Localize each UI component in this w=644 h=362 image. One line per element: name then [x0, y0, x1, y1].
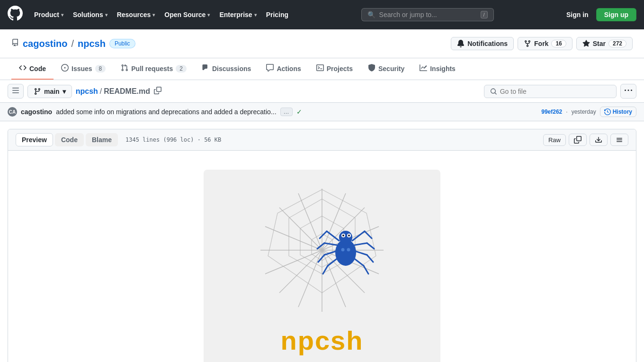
go-to-file-input[interactable] — [500, 88, 610, 95]
discussions-icon — [202, 64, 209, 73]
chevron-down-icon: ▾ — [254, 12, 257, 18]
commit-time-separator: · — [566, 109, 567, 115]
nav-pricing[interactable]: Pricing — [262, 7, 292, 22]
code-tab[interactable]: Code — [55, 133, 84, 146]
commit-hash[interactable]: 99ef262 — [541, 109, 562, 115]
pull-request-icon — [121, 64, 128, 73]
file-view-header: Preview Code Blame 1345 lines (996 loc) … — [8, 129, 636, 151]
sign-up-button[interactable]: Sign up — [596, 8, 636, 21]
avatar: CA — [8, 107, 17, 117]
repo-icon — [11, 39, 19, 48]
svg-point-43 — [347, 248, 350, 252]
chevron-down-icon: ▾ — [63, 88, 66, 95]
svg-point-25 — [348, 235, 350, 236]
commit-bar: CA cagostino added some info on migratio… — [0, 103, 644, 121]
svg-line-30 — [352, 231, 365, 241]
tab-code[interactable]: Code — [11, 58, 54, 80]
list-button[interactable] — [610, 134, 628, 146]
repo-separator: / — [71, 38, 74, 49]
sign-in-button[interactable]: Sign in — [563, 9, 592, 21]
preview-tab[interactable]: Preview — [16, 133, 53, 146]
search-box[interactable]: 🔍 / — [361, 8, 494, 21]
chevron-down-icon: ▾ — [105, 12, 107, 18]
commit-author[interactable]: cagostino — [21, 108, 52, 116]
branch-selector[interactable]: main ▾ — [27, 85, 72, 98]
repo-owner-link[interactable]: cagostino — [23, 38, 67, 49]
sidebar-toggle-button[interactable] — [8, 84, 24, 99]
projects-icon — [316, 64, 324, 73]
insights-icon — [420, 64, 427, 73]
nav-solutions[interactable]: Solutions ▾ — [69, 7, 111, 22]
tab-actions[interactable]: Actions — [259, 58, 308, 80]
repo-name-link[interactable]: npcsh — [78, 38, 106, 49]
nav-resources[interactable]: Resources ▾ — [113, 7, 159, 22]
chevron-down-icon: ▾ — [61, 12, 63, 18]
repo-visibility-badge: Public — [109, 39, 135, 48]
main-nav: Product ▾ Solutions ▾ Resources ▾ Open S… — [30, 7, 292, 22]
tab-pull-requests[interactable]: Pull requests 2 — [113, 58, 194, 80]
breadcrumb-file: README.md — [104, 87, 150, 96]
svg-line-41 — [364, 266, 368, 274]
readme-logo-container: npcsh — [204, 170, 440, 362]
notifications-button[interactable]: Notifications — [451, 37, 514, 50]
svg-point-24 — [342, 235, 344, 236]
svg-point-42 — [341, 248, 345, 252]
github-logo[interactable] — [8, 6, 23, 24]
header-actions: Sign in Sign up — [563, 8, 636, 21]
history-button[interactable]: History — [600, 107, 636, 117]
breadcrumb-repo-link[interactable]: npcsh — [76, 87, 98, 96]
tab-security[interactable]: Security — [360, 58, 412, 80]
issues-icon — [61, 64, 69, 73]
file-view: Preview Code Blame 1345 lines (996 loc) … — [8, 129, 636, 362]
keyboard-shortcut: / — [481, 11, 488, 18]
go-to-file-search[interactable] — [484, 85, 617, 98]
search-input[interactable] — [379, 11, 477, 18]
more-options-button[interactable] — [620, 84, 636, 99]
tab-insights[interactable]: Insights — [412, 58, 463, 80]
nav-enterprise[interactable]: Enterprise ▾ — [215, 7, 260, 22]
copy-path-button[interactable] — [152, 85, 163, 98]
spider-web-graphic — [251, 179, 393, 321]
code-icon — [19, 64, 27, 73]
commit-right: 99ef262 · yesterday History — [541, 107, 636, 117]
nav-open-source[interactable]: Open Source ▾ — [161, 7, 214, 22]
file-content: npcsh — [8, 151, 636, 362]
repo-header: cagostino / npcsh Public Notifications F… — [0, 29, 644, 58]
search-icon: 🔍 — [367, 11, 376, 18]
actions-icon — [266, 64, 274, 73]
repo-actions: Notifications Fork 16 Star 272 — [451, 37, 633, 50]
nav-product[interactable]: Product ▾ — [30, 7, 67, 22]
download-button[interactable] — [590, 134, 608, 146]
repo-tabs: Code Issues 8 Pull requests 2 Discussion… — [0, 58, 644, 80]
commit-status-icon: ✓ — [296, 108, 302, 116]
star-button[interactable]: Star 272 — [576, 37, 633, 50]
main-header: Product ▾ Solutions ▾ Resources ▾ Open S… — [0, 0, 644, 29]
chevron-down-icon: ▾ — [207, 12, 210, 18]
tab-projects[interactable]: Projects — [309, 58, 360, 80]
breadcrumb: npcsh / README.md — [76, 85, 480, 98]
svg-line-37 — [323, 266, 328, 274]
repo-title: cagostino / npcsh Public — [11, 38, 135, 49]
commit-time: yesterday — [572, 109, 596, 115]
raw-button[interactable]: Raw — [543, 134, 566, 146]
security-icon — [368, 64, 376, 73]
chevron-down-icon: ▾ — [152, 12, 155, 18]
search-area: 🔍 / — [300, 8, 555, 21]
tab-issues[interactable]: Issues 8 — [54, 58, 113, 80]
copy-file-button[interactable] — [569, 134, 587, 146]
svg-point-21 — [339, 231, 352, 244]
file-info: 1345 lines (996 loc) · 56 KB — [125, 136, 221, 143]
svg-line-34 — [320, 231, 327, 238]
file-view-actions: Raw — [543, 134, 628, 146]
blame-tab[interactable]: Blame — [86, 133, 118, 146]
fork-button[interactable]: Fork 16 — [518, 37, 572, 50]
svg-line-7 — [279, 208, 322, 250]
file-toolbar: main ▾ npcsh / README.md — [0, 80, 644, 103]
commit-message[interactable]: added some info on migrations and deprec… — [56, 108, 276, 116]
svg-line-31 — [352, 243, 367, 245]
commit-ellipsis[interactable]: … — [280, 108, 293, 116]
svg-line-39 — [367, 243, 374, 249]
tab-discussions[interactable]: Discussions — [194, 58, 259, 80]
brand-name: npcsh — [281, 325, 364, 356]
